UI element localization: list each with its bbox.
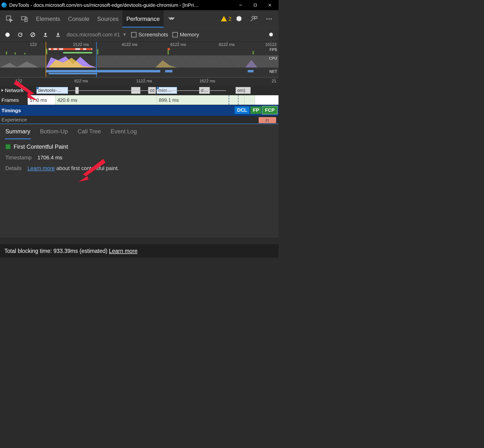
experience-label: Experience [1,117,27,123]
close-button[interactable] [263,0,277,10]
timestamp-value: 1706.4 ms [37,155,62,161]
footer-learn-more-link[interactable]: Learn more [109,248,137,254]
download-profile-icon[interactable] [54,31,62,39]
warnings-count: 2 [229,16,231,22]
badge-fp[interactable]: FP [250,106,262,114]
performance-toolbar: docs.microsoft.com #1 ▼ Screenshots Memo… [0,28,279,42]
event-title: First Contentful Paint [14,143,68,150]
record-button[interactable] [3,31,12,39]
tick: 1622 ms [199,79,215,84]
screenshots-label: Screenshots [138,32,168,38]
net-label: NET [269,69,277,74]
svg-point-8 [252,16,254,18]
more-tabs-chevron-icon[interactable] [164,10,179,27]
settings-gear-icon[interactable] [231,15,246,23]
clear-button[interactable] [29,31,37,39]
frame-block[interactable]: 57.0 ms [28,95,55,105]
memory-label: Memory [180,32,199,38]
svg-rect-5 [22,17,26,20]
svg-point-10 [269,18,270,19]
selection-region[interactable] [46,42,97,77]
summary-panel: First Contentful Paint Timestamp 1706.4 … [0,138,279,238]
network-request-block[interactable]: om) [236,87,251,94]
tick: 21 [272,79,276,84]
svg-rect-1 [254,4,256,6]
timestamp-label: Timestamp [5,155,32,161]
net-row: NET [0,68,279,76]
network-track[interactable]: Network devtools-…comicr…d…om) [0,86,279,95]
reload-record-button[interactable] [16,31,24,39]
expand-icon[interactable] [1,89,3,92]
inspect-element-icon[interactable] [2,10,17,27]
tab-summary[interactable]: Summary [5,125,31,138]
frames-label: Frames [1,97,19,103]
network-request-block[interactable]: devtools-… [36,87,68,94]
screenshots-toggle[interactable]: Screenshots [131,32,168,38]
frame-block[interactable] [244,95,255,105]
overview-pane[interactable]: 122 2122 ms 4122 ms 6122 ms 8122 ms 1012… [0,42,279,78]
tab-console[interactable]: Console [64,10,93,27]
timings-track[interactable]: Timings DCL FP FCP [0,105,279,116]
experience-block[interactable]: t [259,117,276,123]
details-tabstrip: Summary Bottom-Up Call Tree Event Log [0,123,279,138]
memory-toggle[interactable]: Memory [172,32,199,38]
tick: 622 ms [75,79,88,84]
badge-fcp[interactable]: FCP [263,106,277,114]
device-toggle-icon[interactable] [17,10,32,27]
tab-elements[interactable]: Elements [32,10,64,27]
experience-track[interactable]: Experience t [0,116,279,123]
tick: 8122 ms [219,42,235,47]
frame-block[interactable] [229,95,238,105]
more-menu-icon[interactable] [262,15,277,23]
blocking-time-text: Total blocking time: 933.39ms (estimated… [4,248,107,254]
frame-block[interactable] [255,95,278,105]
chevron-down-icon: ▼ [122,32,127,37]
tab-event-log[interactable]: Event Log [110,125,137,138]
tick: 10122 [265,42,277,47]
upload-profile-icon[interactable] [41,31,50,39]
event-color-swatch [5,144,11,149]
frame-block[interactable] [238,95,244,105]
profile-select-label: docs.microsoft.com #1 [67,32,120,38]
tab-call-tree[interactable]: Call Tree [77,125,101,138]
svg-rect-15 [56,36,60,37]
frame-block[interactable]: 420.6 ms [55,95,157,105]
svg-point-9 [266,18,268,19]
svg-line-13 [31,33,34,36]
profile-select[interactable]: docs.microsoft.com #1 ▼ [67,32,127,38]
fps-label: FPS [270,48,277,52]
tick: 4122 ms [122,42,137,47]
warnings-badge[interactable]: 2 [220,15,231,23]
tick: 122 [15,79,22,84]
minimize-button[interactable] [233,0,248,10]
overview-ruler: 122 2122 ms 4122 ms 6122 ms 8122 ms 1012… [0,42,279,48]
details-text: about first contentful paint. [55,165,119,171]
window-titlebar: DevTools - docs.microsoft.com/en-us/micr… [0,0,279,10]
timings-label: Timings [1,108,21,113]
capture-settings-gear-icon[interactable] [267,31,275,39]
app-icon [1,2,7,8]
fps-row: FPS [0,48,279,54]
svg-point-11 [271,18,272,19]
learn-more-link[interactable]: Learn more [27,165,55,171]
window-title: DevTools - docs.microsoft.com/en-us/micr… [9,2,233,8]
maximize-button[interactable] [248,0,263,10]
tab-sources[interactable]: Sources [93,10,122,27]
network-label: Network [5,87,24,93]
tab-performance[interactable]: Performance [122,10,163,27]
footer-bar: Total blocking time: 933.39ms (estimated… [0,244,279,258]
detail-ruler: 122 622 ms 1122 ms 1622 ms 21 [0,78,279,86]
feedback-icon[interactable] [246,15,262,23]
devtools-tabstrip: Elements Console Sources Performance 2 [0,10,279,28]
tick: 122 [30,42,37,47]
tick: 1122 ms [136,79,152,84]
details-label: Details [5,165,22,172]
frames-track[interactable]: Frames 57.0 ms420.6 ms899.1 ms [0,95,279,105]
tick: 6122 ms [170,42,186,47]
tracks-pane: Network devtools-…comicr…d…om) Frames 57… [0,86,279,123]
frame-block[interactable]: 899.1 ms [157,95,229,105]
cpu-label: CPU [269,56,277,61]
tab-bottom-up[interactable]: Bottom-Up [40,125,68,138]
svg-rect-14 [44,36,47,37]
badge-dcl[interactable]: DCL [235,106,249,114]
